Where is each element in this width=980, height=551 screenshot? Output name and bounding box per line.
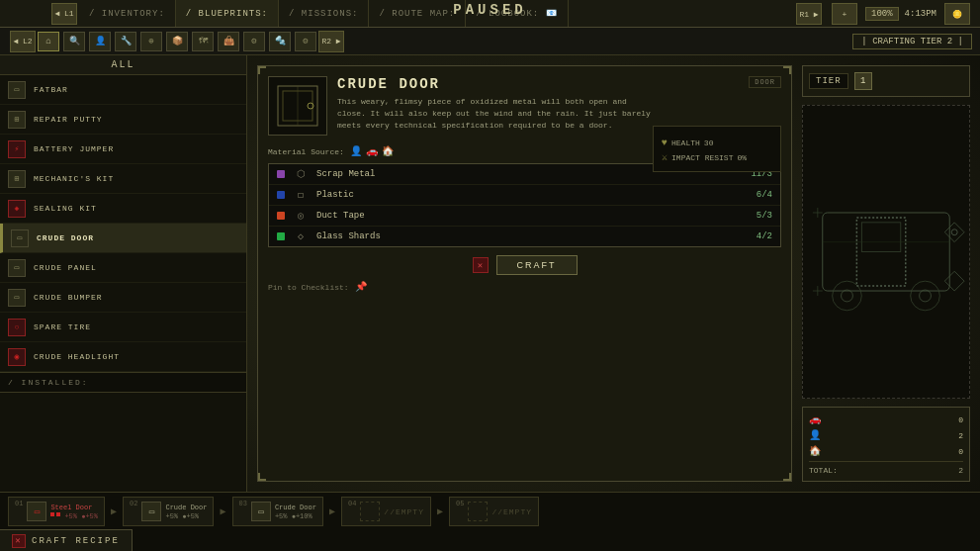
health-icon: ♥	[662, 138, 668, 148]
mechanics-kit-label: MECHANIC'S KIT	[34, 174, 114, 183]
installed-header: / INSTALLED:	[0, 372, 246, 393]
slot-05-empty-label: //EMPTY	[491, 507, 532, 516]
filter-label[interactable]: ALL	[0, 55, 246, 75]
slot-03[interactable]: 03 ▭ Crude Door +5% ●+10%	[232, 497, 323, 526]
list-item-battery-jumper[interactable]: ⚡ BATTERY JUMPER	[0, 135, 246, 164]
list-item-crude-headlight[interactable]: ◉ CRUDE HEADLIGHT	[0, 342, 246, 372]
bottom-bar: 01 ▭ Steel Door +5% ●+5% ▶ 02 ▭ Crude Do…	[0, 492, 980, 551]
crafting-tier-value: 2	[947, 37, 952, 46]
svg-point-8	[920, 290, 932, 302]
icon-person[interactable]: 👤	[89, 32, 111, 51]
health-value: 30	[704, 138, 714, 147]
material-row-plastic: ◻ Plastic 6/4	[269, 185, 780, 206]
inventory-box: 🚗 0 👤 2 🏠 0 TOTAL: 2	[802, 407, 970, 482]
glass-color	[277, 232, 285, 240]
icon-box[interactable]: 📦	[166, 32, 188, 51]
materials-header-label: Material Source:	[268, 147, 344, 156]
inv-house-val: 0	[958, 447, 963, 456]
icon-tool[interactable]: 🔧	[115, 32, 136, 51]
top-right-bar: R1 ▶ + 100% 4:13PM 🪙	[794, 3, 972, 25]
tier-value: 1	[854, 72, 872, 90]
l2-button[interactable]: ◀ L2	[10, 31, 36, 52]
slot-01[interactable]: 01 ▭ Steel Door +5% ●+5%	[8, 497, 105, 526]
svg-point-12	[951, 230, 957, 235]
inv-person-icon: 👤	[809, 429, 821, 441]
list-item-mechanics-kit[interactable]: ⊞ MECHANIC'S KIT	[0, 164, 246, 194]
icon-wrench[interactable]: 🔩	[269, 32, 291, 51]
sealing-kit-icon: ◈	[8, 200, 26, 218]
list-item-spare-tire[interactable]: ○ SPARE TIRE	[0, 313, 246, 342]
l1-button[interactable]: ◀ L1	[51, 3, 77, 25]
arrow-4: ▶	[437, 505, 443, 517]
icon-home[interactable]: ⌂	[38, 32, 59, 51]
icon-settings[interactable]: ⚙	[295, 32, 316, 51]
tab-inventory[interactable]: / INVENTORY:	[79, 0, 176, 27]
list-item-crude-panel[interactable]: ▭ CRUDE PANEL	[0, 253, 246, 283]
craft-recipe-label: CRAFT RECIPE	[32, 536, 120, 546]
material-list: ⬡ Scrap Metal 11/3 ◻ Plastic 6/4 ◎ Duct …	[268, 163, 781, 247]
add-button[interactable]: +	[832, 3, 857, 25]
slot-02-progress: +5% ●+5%	[165, 512, 207, 520]
inv-car-val: 0	[958, 415, 963, 424]
tab-missions[interactable]: / MISSIONS:	[279, 0, 369, 27]
tier-label: TIER	[809, 73, 848, 89]
item-preview	[268, 76, 327, 136]
slot-02-text: Crude Door +5% ●+5%	[165, 504, 207, 520]
list-item-crude-bumper[interactable]: ▭ CRUDE BUMPER	[0, 283, 246, 313]
crude-panel-label: CRUDE PANEL	[34, 263, 97, 272]
slot-04[interactable]: 04 //EMPTY	[341, 497, 431, 526]
repair-putty-icon: ⊞	[8, 111, 26, 129]
tier-box: TIER 1	[802, 65, 970, 97]
slot-01-num: 01	[15, 500, 23, 507]
list-item-repair-putty[interactable]: ⊞ REPAIR PUTTY	[0, 105, 246, 135]
impact-label: IMPACT RESIST	[671, 153, 733, 162]
tab-routemap[interactable]: / ROUTE MAP:	[369, 0, 466, 27]
left-panel: ALL ▭ FATBAR ⊞ REPAIR PUTTY ⚡ BATTERY JU…	[0, 55, 247, 492]
slot-01-progress: +5% ●+5%	[50, 512, 98, 520]
item-stats: ♥ HEALTH 30 ⚔ IMPACT RESIST 0%	[653, 126, 781, 172]
slot-04-empty-label: //EMPTY	[384, 507, 424, 516]
battery-jumper-label: BATTERY JUMPER	[34, 144, 114, 153]
source-icon-car: 🚗	[366, 145, 378, 157]
paused-title: PAUSED	[453, 2, 526, 18]
slot-05[interactable]: 05 //EMPTY	[449, 497, 539, 526]
icon-search[interactable]: 🔍	[63, 32, 85, 51]
item-title-block: CRUDE DOOR This weary, flimsy piece of o…	[337, 76, 781, 132]
duct-tape-name: Duct Tape	[316, 211, 749, 221]
crude-door-label: CRUDE DOOR	[37, 233, 94, 242]
slot-02-num: 02	[130, 500, 137, 507]
detail-panel: DOOR CRUDE DOOR This weary, flimsy piece…	[257, 65, 792, 482]
inv-house-icon: 🏠	[809, 445, 821, 457]
r1-button[interactable]: R1 ▶	[796, 3, 822, 25]
impact-icon: ⚔	[662, 151, 668, 163]
icon-target[interactable]: ⊕	[140, 32, 162, 51]
inv-row-person: 👤 2	[809, 429, 963, 441]
crude-bumper-label: CRUDE BUMPER	[34, 293, 103, 302]
slot-05-num: 05	[456, 500, 464, 507]
icon-bag[interactable]: 👜	[218, 32, 239, 51]
tab-blueprints[interactable]: / BLUEPRINTS:	[176, 0, 279, 27]
craft-btn-row: ✕ CRAFT	[268, 255, 781, 275]
second-bar: ◀ L2 ⌂ 🔍 👤 🔧 ⊕ 📦 🗺 👜 ⚙ 🔩 ⚙ R2 ▶ | CRAFTI…	[0, 28, 980, 55]
pin-row[interactable]: Pin to Checklist: 📌	[268, 281, 781, 293]
plastic-icon: ◻	[293, 189, 309, 201]
list-item-fatbar[interactable]: ▭ FATBAR	[0, 75, 246, 105]
r2-button[interactable]: R2 ▶	[318, 31, 344, 52]
icon-gear[interactable]: ⚙	[243, 32, 265, 51]
slot-01-text: Steel Door +5% ●+5%	[50, 504, 98, 520]
plastic-qty: 6/4	[757, 190, 772, 200]
zoom-level: 100%	[865, 7, 899, 21]
cancel-craft-icon[interactable]: ✕	[473, 257, 489, 273]
icon-bar: ⌂ 🔍 👤 🔧 ⊕ 📦 🗺 👜 ⚙ 🔩 ⚙	[38, 32, 316, 51]
inv-row-house: 🏠 0	[809, 445, 963, 457]
craft-button[interactable]: CRAFT	[496, 255, 578, 275]
item-list: ▭ FATBAR ⊞ REPAIR PUTTY ⚡ BATTERY JUMPER…	[0, 75, 246, 372]
pin-label: Pin to Checklist:	[268, 283, 349, 292]
crafting-tier-label: CRAFTING TIER	[872, 37, 941, 46]
slot-02[interactable]: 02 ▭ Crude Door +5% ●+5%	[123, 497, 214, 526]
inv-total-label: TOTAL:	[809, 466, 838, 475]
icon-map[interactable]: 🗺	[192, 32, 214, 51]
list-item-sealing-kit[interactable]: ◈ SEALING KIT	[0, 194, 246, 224]
repair-putty-label: REPAIR PUTTY	[34, 115, 103, 124]
list-item-crude-door[interactable]: ▭ CRUDE DOOR	[0, 224, 246, 253]
